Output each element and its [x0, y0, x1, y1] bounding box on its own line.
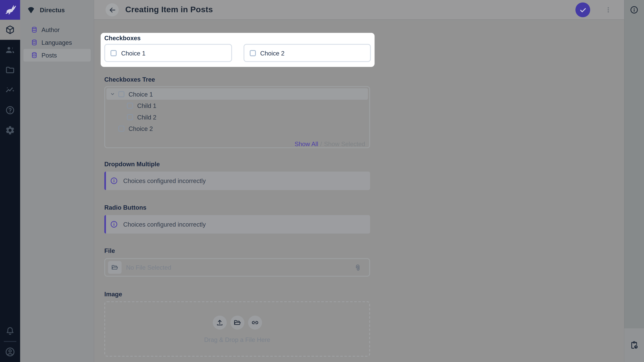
- checkbox-option-choice-1[interactable]: Choice 1: [104, 44, 232, 62]
- checkbox-icon[interactable]: [118, 91, 124, 97]
- field-checkboxes-tree: Checkboxes Tree Choice 1 Child 1: [104, 76, 370, 148]
- field-label: Checkboxes Tree: [104, 76, 370, 83]
- module-bar: [0, 0, 20, 362]
- notice-text: Choices configured incorrectly: [123, 177, 206, 184]
- field-file: File No File Selected: [104, 248, 370, 277]
- module-content-button[interactable]: [0, 20, 20, 40]
- sidebar-item-label: Author: [42, 26, 60, 33]
- field-label: Checkboxes: [104, 35, 371, 41]
- checkbox-icon[interactable]: [250, 50, 256, 56]
- field-label: Dropdown Multiple: [104, 161, 370, 167]
- insights-icon: [5, 85, 15, 95]
- notifications-button[interactable]: [0, 321, 20, 341]
- user-circle-icon: [4, 347, 16, 358]
- tree-row-label: Choice 1: [129, 90, 153, 97]
- tree-row-label: Child 1: [137, 102, 156, 109]
- page-title: Creating Item in Posts: [125, 0, 213, 19]
- checkbox-option-choice-2[interactable]: Choice 2: [243, 44, 371, 62]
- tree-row-label: Child 2: [137, 113, 156, 120]
- tree-row-choice-2[interactable]: Choice 2: [106, 123, 368, 134]
- field-label: Radio Buttons: [104, 204, 370, 211]
- database-icon: [31, 52, 38, 59]
- checkbox-icon[interactable]: [110, 50, 117, 56]
- image-dropzone[interactable]: Drag & Drop a File Here: [104, 301, 370, 357]
- gear-icon: [5, 125, 15, 135]
- module-users-button[interactable]: [0, 40, 20, 60]
- info-icon: [110, 177, 118, 185]
- upload-file-button[interactable]: [212, 316, 226, 330]
- project-header[interactable]: Directus: [20, 0, 94, 20]
- check-icon: [578, 5, 587, 14]
- directus-app: Directus Author: [0, 0, 644, 362]
- upload-icon: [215, 319, 224, 327]
- field-label: File: [104, 248, 370, 254]
- module-docs-button[interactable]: [0, 100, 20, 120]
- tree-row-choice-1[interactable]: Choice 1: [106, 88, 368, 100]
- info-icon: [630, 5, 639, 14]
- checkbox-label: Choice 2: [260, 49, 284, 56]
- sidebar-item-languages[interactable]: Languages: [24, 36, 91, 49]
- info-icon: [110, 220, 118, 228]
- file-placeholder: No File Selected: [126, 264, 172, 271]
- directus-logo[interactable]: [0, 0, 20, 20]
- kebab-menu-icon: [604, 6, 612, 14]
- bell-icon: [5, 326, 15, 336]
- field-label: Image: [104, 291, 370, 298]
- field-image: Image: [104, 291, 370, 357]
- import-from-url-button[interactable]: [248, 316, 262, 330]
- dropzone-text: Drag & Drop a File Here: [105, 336, 369, 343]
- field-checkboxes: Checkboxes Choice 1 Choice 2: [100, 33, 374, 67]
- choices-misconfigured-notice: Choices configured incorrectly: [104, 172, 370, 190]
- show-all-link[interactable]: Show All: [294, 140, 318, 147]
- module-settings-button[interactable]: [0, 120, 20, 140]
- chevron-down-icon[interactable]: [109, 91, 116, 97]
- folder-open-icon: [108, 261, 122, 274]
- users-icon: [5, 45, 15, 55]
- tree-row-child-1[interactable]: Child 1: [106, 100, 368, 111]
- field-dropdown-multiple: Dropdown Multiple Choices configured inc…: [104, 161, 370, 190]
- tree-row-child-2[interactable]: Child 2: [106, 111, 368, 123]
- project-logo-icon: [27, 5, 35, 14]
- project-name: Directus: [40, 6, 65, 13]
- sidebar-item-label: Languages: [42, 39, 72, 46]
- database-icon: [31, 26, 38, 33]
- page-header: Creating Item in Posts: [94, 0, 624, 20]
- navigation-sidebar: Directus Author: [20, 0, 94, 362]
- arrow-back-icon: [108, 6, 116, 14]
- sidebar-bottom-panel: [624, 328, 644, 362]
- paperclip-icon[interactable]: [354, 264, 362, 272]
- sidebar-item-author[interactable]: Author: [24, 23, 91, 36]
- module-files-button[interactable]: [0, 60, 20, 80]
- checkbox-icon[interactable]: [127, 114, 133, 120]
- link-icon: [251, 319, 259, 327]
- choose-from-library-button[interactable]: [230, 316, 244, 330]
- notice-text: Choices configured incorrectly: [123, 221, 206, 228]
- show-selected-link[interactable]: Show Selected: [324, 140, 365, 147]
- checkbox-icon[interactable]: [127, 102, 133, 109]
- save-button[interactable]: [576, 2, 590, 17]
- database-icon: [31, 39, 38, 46]
- field-radio-buttons: Radio Buttons Choices configured incorre…: [104, 204, 370, 234]
- checkbox-icon[interactable]: [118, 125, 124, 132]
- clipboard-clock-icon: [629, 340, 639, 350]
- tree-footer: Show All / Show Selected: [106, 140, 368, 147]
- folder-open-icon: [233, 319, 241, 327]
- module-insights-button[interactable]: [0, 80, 20, 100]
- separator: /: [320, 140, 322, 147]
- more-options-button[interactable]: [604, 6, 612, 14]
- right-sidebar: [624, 0, 644, 362]
- revisions-button[interactable]: [629, 340, 639, 350]
- help-icon: [5, 105, 15, 115]
- account-button[interactable]: [0, 342, 20, 362]
- info-button[interactable]: [630, 5, 639, 14]
- form-content: Checkboxes Choice 1 Choice 2 Checkboxes …: [94, 20, 624, 362]
- checkbox-label: Choice 1: [121, 49, 146, 56]
- back-button[interactable]: [106, 3, 118, 16]
- file-input[interactable]: No File Selected: [104, 258, 370, 277]
- box-icon: [5, 25, 15, 35]
- tree-row-label: Choice 2: [129, 125, 153, 132]
- sidebar-item-label: Posts: [42, 52, 57, 59]
- sidebar-item-posts[interactable]: Posts: [24, 49, 91, 61]
- checkboxes-tree: Choice 1 Child 1 Child 2 Cho: [104, 86, 370, 148]
- rabbit-logo-icon: [4, 4, 16, 16]
